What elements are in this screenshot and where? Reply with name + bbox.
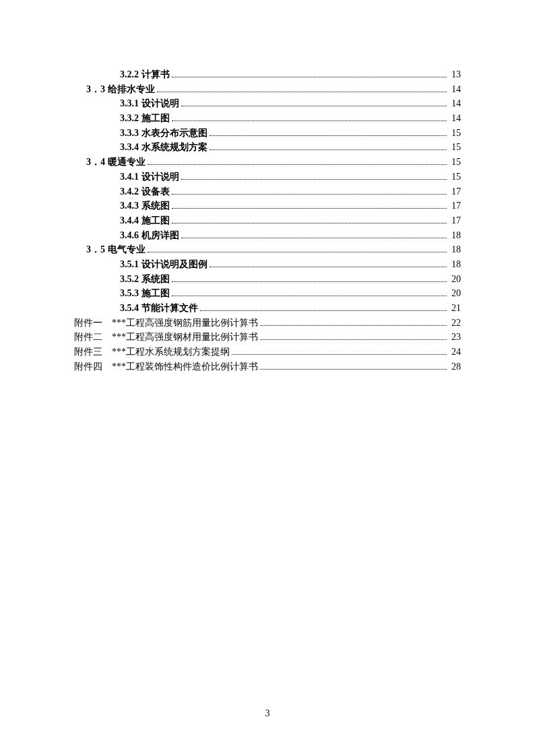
toc-entry-page: 18 [449, 257, 461, 272]
toc-entry: 3.5.2 系统图20 [74, 272, 461, 287]
appendix-page: 28 [449, 359, 461, 374]
toc-entry-page: 17 [449, 213, 461, 228]
toc-entry-page: 18 [449, 228, 461, 243]
toc-leader-dots [172, 296, 447, 296]
toc-entry-page: 15 [449, 126, 461, 141]
toc-entry-label: 3.4.2 设备表 [120, 184, 170, 199]
toc-entry: 3．4 暖通专业15 [74, 155, 461, 170]
toc-entry: 3.3.1 设计说明14 [74, 96, 461, 111]
toc-entry: 3.3.3 水表分布示意图15 [74, 126, 461, 141]
toc-entry-label: 3.3.2 施工图 [120, 111, 170, 126]
toc-entry-label: 3.5.4 节能计算文件 [120, 301, 198, 316]
toc-entry-label: 3.5.3 施工图 [120, 286, 170, 301]
toc-entry: 3.4.6 机房详图18 [74, 228, 461, 243]
toc-entry: 3.4.3 系统图17 [74, 199, 461, 213]
toc-leader-dots [157, 92, 447, 92]
toc-leader-dots [181, 179, 447, 180]
toc-entry: 3.4.2 设备表17 [74, 184, 461, 199]
toc-leader-dots [210, 149, 447, 150]
appendix-entry: 附件四***工程装饰性构件造价比例计算书28 [74, 359, 461, 374]
toc-list: 3.2.2 计算书133．3 给排水专业143.3.1 设计说明143.3.2 … [74, 67, 461, 374]
appendix-prefix: 附件二 [74, 330, 112, 345]
toc-entry-page: 18 [449, 242, 461, 257]
appendix-title: ***工程高强度钢筋用量比例计算书 [112, 316, 258, 331]
toc-page: 3.2.2 计算书133．3 给排水专业143.3.1 设计说明143.3.2 … [0, 0, 535, 414]
toc-entry-label: 3．4 暖通专业 [86, 155, 146, 170]
toc-entry-page: 15 [449, 155, 461, 170]
toc-entry: 3.5.3 施工图20 [74, 286, 461, 301]
appendix-page: 22 [449, 316, 461, 331]
toc-leader-dots [181, 106, 447, 106]
toc-entry-label: 3.3.3 水表分布示意图 [120, 126, 208, 141]
toc-entry-label: 3.4.6 机房详图 [120, 228, 179, 243]
toc-leader-dots [260, 339, 447, 340]
appendix-title: ***工程水系统规划方案提纲 [112, 345, 230, 359]
appendix-prefix: 附件三 [74, 345, 112, 359]
toc-entry-page: 20 [449, 286, 461, 301]
toc-entry: 3.4.1 设计说明15 [74, 170, 461, 184]
toc-entry-label: 3.5.1 设计说明及图例 [120, 257, 208, 272]
toc-entry-page: 17 [449, 199, 461, 213]
toc-leader-dots [148, 164, 447, 165]
toc-leader-dots [172, 77, 447, 77]
toc-entry-label: 3．5 电气专业 [86, 242, 146, 257]
toc-entry: 3.3.4 水系统规划方案15 [74, 140, 461, 155]
toc-entry: 3.5.4 节能计算文件21 [74, 301, 461, 316]
toc-leader-dots [172, 208, 447, 209]
appendix-entry: 附件二***工程高强度钢材用量比例计算书23 [74, 330, 461, 345]
toc-entry-page: 15 [449, 140, 461, 155]
toc-leader-dots [181, 238, 447, 238]
toc-entry-label: 3.3.1 设计说明 [120, 96, 179, 111]
toc-leader-dots [172, 281, 447, 282]
toc-entry: 3.3.2 施工图14 [74, 111, 461, 126]
toc-entry-label: 3.2.2 计算书 [120, 67, 170, 82]
toc-entry-page: 13 [449, 67, 461, 82]
toc-entry-label: 3.5.2 系统图 [120, 272, 170, 287]
toc-entry-label: 3.4.1 设计说明 [120, 170, 179, 184]
toc-leader-dots [172, 223, 447, 224]
toc-leader-dots [210, 267, 447, 267]
toc-entry-page: 21 [449, 301, 461, 316]
toc-entry: 3．3 给排水专业14 [74, 82, 461, 97]
appendix-title: ***工程高强度钢材用量比例计算书 [112, 330, 258, 345]
appendix-entry: 附件三***工程水系统规划方案提纲24 [74, 345, 461, 359]
toc-entry: 3.2.2 计算书13 [74, 67, 461, 82]
appendix-page: 23 [449, 330, 461, 345]
toc-leader-dots [200, 310, 447, 311]
toc-entry-page: 14 [449, 82, 461, 97]
toc-entry: 3.5.1 设计说明及图例18 [74, 257, 461, 272]
appendix-entry: 附件一***工程高强度钢筋用量比例计算书22 [74, 316, 461, 331]
toc-leader-dots [172, 121, 447, 121]
toc-leader-dots [172, 194, 447, 195]
toc-leader-dots [148, 252, 447, 252]
appendix-prefix: 附件一 [74, 316, 112, 331]
toc-leader-dots [210, 135, 447, 136]
toc-entry-label: 3.4.4 施工图 [120, 213, 170, 228]
toc-leader-dots [232, 354, 447, 355]
toc-entry-page: 14 [449, 96, 461, 111]
page-number: 3 [0, 708, 535, 719]
toc-entry-page: 14 [449, 111, 461, 126]
appendix-prefix: 附件四 [74, 359, 112, 374]
toc-entry: 3．5 电气专业18 [74, 242, 461, 257]
toc-entry: 3.4.4 施工图17 [74, 213, 461, 228]
toc-entry-page: 20 [449, 272, 461, 287]
toc-entry-label: 3．3 给排水专业 [86, 82, 155, 97]
toc-entry-page: 17 [449, 184, 461, 199]
toc-leader-dots [260, 325, 447, 326]
toc-entry-page: 15 [449, 170, 461, 184]
toc-entry-label: 3.4.3 系统图 [120, 199, 170, 213]
toc-leader-dots [260, 369, 447, 370]
appendix-page: 24 [449, 345, 461, 359]
appendix-title: ***工程装饰性构件造价比例计算书 [112, 359, 258, 374]
toc-entry-label: 3.3.4 水系统规划方案 [120, 140, 208, 155]
